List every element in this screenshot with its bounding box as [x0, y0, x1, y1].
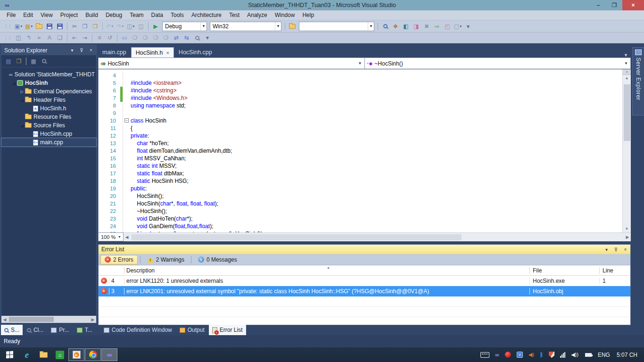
dropdown-arrow-icon[interactable]: ▾ [31, 25, 33, 28]
toolbar-options-icon[interactable]: ▾ [463, 22, 473, 31]
previous-bookmark-icon[interactable]: ❍ [130, 33, 140, 42]
export-bookmarks-icon[interactable]: ⇆ [182, 33, 191, 42]
document-tab-hocsinh-h[interactable]: HocSinh.h× [131, 47, 174, 58]
class-view-icon[interactable] [39, 57, 49, 66]
tab-code-definition-window[interactable]: Code Definition Window [100, 325, 175, 335]
navigate-backward-icon[interactable]: ◫▾ [126, 22, 135, 31]
add-new-item-icon[interactable]: ▦▾ [24, 22, 33, 31]
find-combobox[interactable]: ▼ [299, 22, 374, 31]
start-page-icon[interactable]: ◨ [412, 22, 421, 31]
menu-tools[interactable]: Tools [167, 10, 188, 20]
import-bookmarks-icon[interactable]: ⇄ [172, 33, 181, 42]
save-icon[interactable] [45, 22, 54, 31]
solution-explorer-hscrollbar[interactable]: ◀ ▶ [1, 316, 96, 323]
quick-find-icon[interactable] [192, 33, 202, 42]
open-file-icon[interactable] [34, 22, 44, 31]
scroll-left-icon[interactable]: ◀ [1, 317, 8, 322]
dropdown-arrow-icon[interactable]: ▾ [112, 25, 114, 28]
view-designer-icon[interactable]: ◫ [14, 33, 23, 42]
text-case-icon[interactable]: A [45, 33, 54, 42]
bluetooth-icon[interactable]: ᛒ [540, 352, 543, 358]
close-panel-icon[interactable]: × [622, 247, 628, 252]
menu-edit[interactable]: Edit [19, 10, 37, 20]
code-editor[interactable]: 45#include <iostream>6#include <cstring>… [98, 69, 622, 232]
error-row[interactable]: ×3error LNK2001: unresolved external sym… [99, 286, 630, 296]
copy-reference-icon[interactable]: ❏ [55, 33, 65, 42]
tree-item-main-cpp[interactable]: C+main.cpp [1, 138, 96, 147]
toolbar2-options-icon[interactable]: ▾ [203, 33, 212, 42]
close-panel-icon[interactable]: × [88, 48, 94, 53]
antivirus-tray-icon[interactable] [505, 352, 511, 358]
messages-filter-button[interactable]: i 0 Messages [194, 255, 241, 264]
tree-item-solution-staticmember-thhdt[interactable]: ∞Solution 'StaticMember_THHDT [1, 70, 96, 79]
previous-bookmark-folder-icon[interactable]: ❍ [151, 33, 160, 42]
auto-hide-pin-icon[interactable]: ⊽ [78, 48, 85, 53]
start-debug-icon[interactable]: ▶ [151, 22, 160, 31]
command-window-icon[interactable]: ▢▾ [453, 22, 462, 31]
tree-expander-icon[interactable]: ◢ [19, 123, 25, 128]
document-tab-main-cpp[interactable]: main.cpp [98, 47, 131, 58]
menu-architecture[interactable]: Architecture [188, 10, 225, 20]
minimize-button[interactable]: – [590, 0, 606, 10]
scroll-left-icon[interactable]: ◀ [124, 235, 130, 239]
audio-manager-icon[interactable]: ◀) [528, 352, 534, 358]
pointer-icon[interactable]: ➢ [34, 33, 44, 42]
warnings-filter-button[interactable]: 2 Warnings [143, 255, 189, 264]
chevron-down-icon[interactable]: ▼ [356, 61, 364, 66]
object-browser-icon[interactable]: ◧ [401, 22, 411, 31]
menu-test[interactable]: Test [225, 10, 243, 20]
properties-window-icon[interactable]: ❖ [391, 22, 400, 31]
tab-list-dropdown-icon[interactable]: ▼ [624, 53, 631, 58]
editor-hscrollbar[interactable]: ◀ ▶ [124, 232, 631, 241]
menu-build[interactable]: Build [82, 10, 102, 20]
find-symbol-icon[interactable] [380, 22, 390, 31]
properties-icon[interactable]: ▤ [4, 57, 13, 66]
battery-icon[interactable] [584, 353, 592, 357]
dropdown-arrow-icon[interactable]: ▾ [122, 25, 124, 28]
scrollbar-thumb[interactable] [132, 234, 462, 240]
touch-keyboard-icon[interactable] [480, 352, 489, 358]
visual-studio-tray-icon[interactable]: ∞ [495, 352, 499, 358]
chevron-down-icon[interactable]: ▼ [118, 235, 123, 239]
visual-studio-icon[interactable]: ∞ [101, 348, 117, 361]
tree-item-hocsinh-h[interactable]: hHocSinh.h [1, 104, 96, 113]
customize-tools-icon[interactable]: ✖ [422, 22, 431, 31]
dropdown-arrow-icon[interactable]: ▾ [20, 25, 22, 28]
save-all-icon[interactable] [55, 22, 65, 31]
solution-configurations-dropdown[interactable]: Debug▼ [162, 22, 207, 31]
window-position-icon[interactable]: ▾ [603, 247, 610, 252]
clock[interactable]: 5:07 CH [617, 352, 637, 358]
security-shield-icon[interactable] [549, 352, 554, 358]
redo-icon[interactable]: ↷▾ [116, 22, 125, 31]
schema-compare-icon[interactable]: ◰ [443, 22, 452, 31]
scroll-right-icon[interactable]: ▶ [90, 317, 96, 322]
next-bookmark-icon[interactable]: ❍ [140, 33, 150, 42]
menu-debug[interactable]: Debug [102, 10, 126, 20]
tree-item-source-files[interactable]: ◢Source Files [1, 121, 96, 130]
start-button[interactable] [0, 347, 19, 362]
language-indicator[interactable]: ENG [598, 352, 610, 358]
members-dropdown[interactable]: ≡ ◆ ~HocSinh() ▼ [365, 58, 631, 69]
ime-tray-icon[interactable]: V [517, 352, 523, 358]
cut-icon[interactable]: ✂ [70, 22, 79, 31]
scrollbar-thumb[interactable] [9, 317, 54, 322]
scroll-right-icon[interactable]: ▶ [624, 235, 631, 239]
line-numbers-icon[interactable]: ≡ [95, 33, 104, 42]
menu-window[interactable]: Window [271, 10, 299, 20]
paste-icon[interactable]: ❒ [91, 22, 100, 31]
close-tab-icon[interactable]: × [166, 50, 169, 56]
errors-filter-button[interactable]: × 2 Errors [100, 255, 138, 264]
menu-help[interactable]: Help [298, 10, 318, 20]
menu-file[interactable]: File [3, 10, 19, 20]
close-button[interactable]: × [622, 0, 644, 10]
new-project-icon[interactable]: ▣▾ [14, 22, 23, 31]
splitter-handle[interactable]: ≡ [623, 69, 631, 75]
auto-hide-pin-icon[interactable]: ⊽ [613, 247, 619, 252]
tree-item-header-files[interactable]: ◢Header Files [1, 96, 96, 104]
editor-vscrollbar[interactable]: ≡ ▲ ▼ [622, 69, 631, 232]
window-position-icon[interactable]: ▾ [69, 48, 75, 53]
chevron-down-icon[interactable]: ▼ [622, 61, 630, 66]
tree-item-hocsinh[interactable]: ◢HocSinh [1, 79, 96, 87]
internet-explorer-icon[interactable]: e [19, 347, 35, 362]
tab-class-view[interactable]: Cl... [24, 325, 47, 335]
